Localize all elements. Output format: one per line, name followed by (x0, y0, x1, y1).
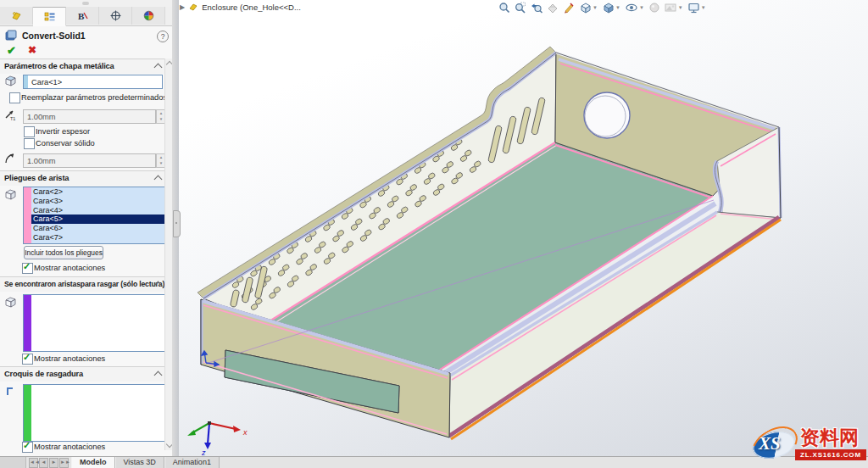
next-tab-button[interactable]: ► (49, 458, 58, 468)
tab-features[interactable] (0, 7, 33, 25)
feature-tree-flyout[interactable]: ▶ Enclosure (One_Hole<<D... (180, 2, 301, 12)
bend-radius-input[interactable]: 1.00mm (23, 153, 156, 168)
convert-solid-icon (5, 30, 18, 42)
collapse-chevron-icon[interactable] (154, 371, 163, 380)
splitter-handle[interactable] (173, 210, 181, 237)
view-triad: x z (187, 421, 248, 457)
part-icon (188, 2, 198, 12)
reverse-thickness-checkbox[interactable] (24, 126, 35, 137)
watermark-site-name: 资料网 (800, 426, 859, 448)
collect-all-bends-button[interactable]: Incluir todos los pliegues (24, 246, 103, 259)
edge-annotations-checkbox[interactable] (22, 263, 33, 274)
edge-color-strip-green (24, 385, 31, 441)
section-sheet-metal-params[interactable]: Parámetros de chapa metálica (0, 58, 172, 74)
tab-scroll-buttons: ◄◄ ◄ ► ►► (26, 457, 71, 468)
edge-bend-item[interactable]: Cara<3> (31, 197, 164, 206)
view-settings-icon[interactable]: ▼ (687, 2, 706, 14)
zoom-to-fit-icon[interactable] (498, 2, 510, 14)
edge-bend-item[interactable]: Cara<2> (31, 187, 164, 197)
watermark-logo: XS (751, 430, 798, 461)
section-rip-edges[interactable]: Se encontraron aristaspara rasgar (sólo … (0, 276, 172, 292)
statusbar-corner (0, 457, 26, 468)
override-defaults-label: Reemplazar parámetros predeterminados (21, 93, 167, 102)
edge-bends-icon (3, 187, 18, 202)
section-view-icon[interactable] (547, 2, 559, 14)
apply-scene-icon[interactable]: ▼ (665, 2, 683, 14)
rip-annotations-checkbox[interactable] (22, 354, 33, 365)
prev-tab-button[interactable]: ◄ (39, 458, 48, 468)
hide-show-items-icon[interactable]: ▼ (625, 2, 644, 14)
cancel-button[interactable]: ✖ (28, 44, 36, 56)
edge-color-strip-pink (24, 187, 31, 243)
section-title: Croquis de rasgadura (4, 370, 83, 378)
last-tab-button[interactable]: ►► (59, 458, 69, 468)
sketch-annotations-checkbox[interactable] (22, 442, 33, 453)
feature-title: Convert-Solid1 (22, 31, 86, 41)
edge-color-strip-purple (24, 295, 31, 351)
ok-button[interactable]: ✔ (7, 44, 16, 57)
bend-radius-value: 1.00mm (24, 157, 56, 165)
edge-bend-item[interactable]: Cara<7> (31, 233, 164, 242)
sketch-settings-icon[interactable] (563, 2, 575, 14)
display-style-icon[interactable]: ▼ (602, 2, 620, 14)
rip-edges-listbox[interactable] (23, 294, 165, 352)
solidworks-window: x z ▶ Enclosure (One_Hole<<D... ▼ (0, 0, 868, 468)
feature-tree-label: Enclosure (One_Hole<<D... (202, 3, 301, 12)
reverse-thickness-label: Invertir espesor (36, 127, 90, 136)
fixed-face-value: Cara<1> (28, 78, 62, 86)
section-title: Pliegues de arista (4, 174, 69, 182)
document-tab-vistas-3d[interactable]: Vistas 3D (115, 457, 164, 468)
section-edge-bends[interactable]: Pliegues de arista (0, 170, 172, 186)
section-title: Parámetros de chapa metálica (4, 62, 114, 70)
property-manager-tab-bar: B (0, 7, 172, 26)
rip-sketch-listbox[interactable] (23, 384, 165, 442)
tab-configurations[interactable] (99, 7, 132, 25)
tab-display-manager[interactable] (132, 7, 165, 25)
edge-bend-item[interactable]: Cara<6> (31, 224, 164, 233)
collapse-chevron-icon[interactable] (154, 64, 163, 72)
tab-property-manager[interactable] (33, 7, 66, 26)
bend-radius-icon (3, 152, 18, 166)
section-rip-sketch[interactable]: Croquis de rasgadura (0, 366, 172, 382)
svg-text:T1: T1 (10, 116, 15, 121)
document-tab-animation1[interactable]: Animation1 (164, 457, 220, 468)
edge-bend-item[interactable]: Cara<4> (31, 206, 164, 215)
rip-edges-icon (3, 295, 18, 309)
thickness-value: 1.00mm (24, 113, 56, 121)
zoom-to-area-icon[interactable] (515, 2, 526, 14)
headsup-toolbar: ▼ ▼ ▼ ▼ ▼ (498, 1, 706, 14)
rip-sketch-icon (3, 385, 18, 399)
keep-body-checkbox[interactable] (24, 138, 35, 149)
keep-body-label: Conservar sólido (36, 139, 95, 148)
watermark: XS 资料网 ZL.XS1616.COM (751, 426, 866, 465)
fixed-face-input[interactable]: Cara<1> (23, 75, 163, 89)
feature-header: Convert-Solid1 (5, 28, 86, 42)
tab-dimxpert[interactable]: B (66, 7, 99, 25)
watermark-logo-text: XS (759, 433, 781, 454)
svg-text:B: B (78, 11, 85, 21)
first-tab-button[interactable]: ◄◄ (29, 458, 38, 468)
edge-bends-list: Cara<2>Cara<3>Cara<4>Cara<5>Cara<6>Cara<… (31, 187, 164, 243)
thickness-input[interactable]: 1.00mm (23, 109, 156, 124)
status-bar: ◄◄ ◄ ► ►► ModeloVistas 3DAnimation1 (0, 456, 868, 468)
previous-view-icon[interactable] (531, 2, 542, 14)
help-icon[interactable]: ? (157, 31, 169, 42)
edge-annotations-label: Mostrar anotaciones (34, 264, 105, 272)
section-title: Se encontraron aristaspara rasgar (sólo … (4, 280, 164, 288)
watermark-site-url: ZL.XS1616.COM (795, 449, 866, 460)
edge-bends-listbox: Cara<2>Cara<3>Cara<4>Cara<5>Cara<6>Cara<… (23, 187, 165, 244)
document-tabs: ModeloVistas 3DAnimation1 (71, 457, 220, 468)
tree-expand-icon[interactable]: ▶ (180, 3, 185, 11)
edge-bend-item[interactable]: Cara<5> (31, 214, 164, 224)
collapse-chevron-icon[interactable] (154, 176, 163, 184)
document-tab-modelo[interactable]: Modelo (71, 457, 115, 468)
view-orientation-icon[interactable]: ▼ (579, 2, 598, 14)
circular-hole[interactable] (584, 92, 630, 138)
triad-x-label: x (242, 428, 248, 437)
rip-annotations-label: Mostrar anotaciones (34, 354, 105, 363)
panel-resize-grip[interactable] (82, 2, 89, 5)
edit-appearance-icon[interactable] (648, 2, 660, 14)
override-defaults-checkbox[interactable] (9, 92, 20, 103)
sketch-annotations-label: Mostrar anotaciones (34, 443, 105, 451)
panel-splitter[interactable] (172, 0, 179, 456)
